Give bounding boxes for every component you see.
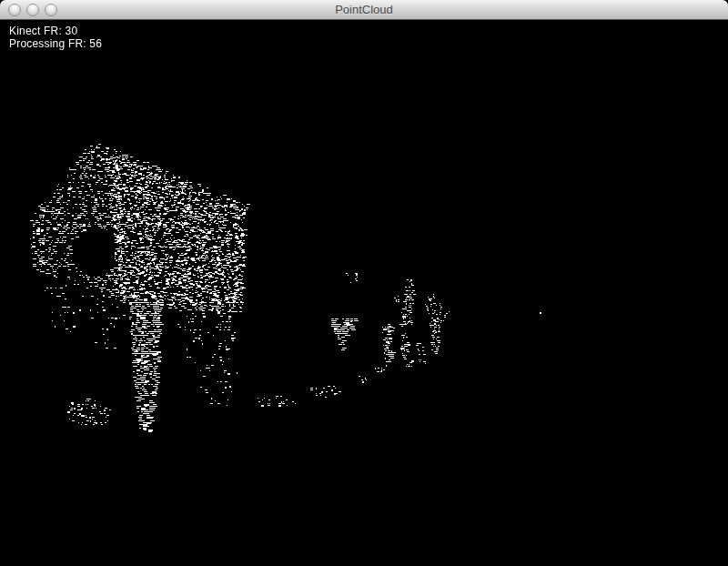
framerate-hud: Kinect FR: 30 Processing FR: 56 — [9, 25, 102, 50]
window-controls — [8, 4, 57, 16]
pointcloud-canvas[interactable] — [0, 20, 728, 566]
pointcloud-viewport[interactable]: Kinect FR: 30 Processing FR: 56 — [0, 20, 728, 566]
processing-framerate-text: Processing FR: 56 — [9, 37, 102, 50]
window-title: PointCloud — [64, 0, 664, 19]
minimize-button[interactable] — [26, 4, 39, 16]
pointcloud-window: PointCloud Kinect FR: 30 Processing FR: … — [0, 0, 728, 566]
zoom-button[interactable] — [45, 4, 57, 16]
kinect-framerate-text: Kinect FR: 30 — [9, 25, 102, 37]
titlebar[interactable]: PointCloud — [0, 0, 728, 20]
close-button[interactable] — [8, 4, 21, 16]
